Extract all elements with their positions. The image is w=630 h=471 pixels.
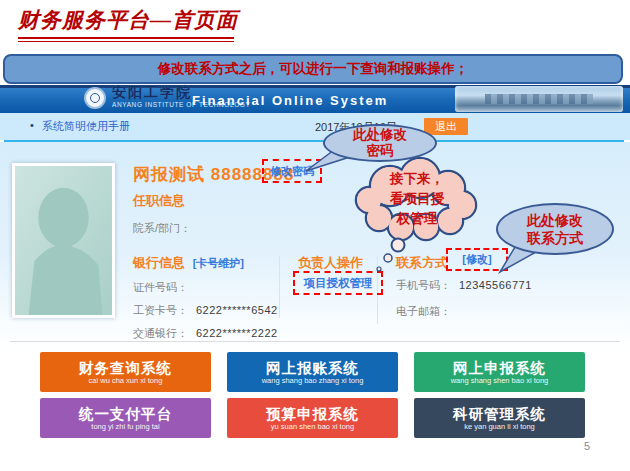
slide-page-number: 5 xyxy=(584,440,590,452)
app-pinyin: yu suan shen bao xi tong xyxy=(271,422,354,431)
callout-text: 看项目授 xyxy=(362,189,472,209)
salary-card-label: 工资卡号： xyxy=(133,304,188,316)
slide: 财务服务平台—首页面 修改联系方式之后，可以进行一下查询和报账操作； 安阳工学院… xyxy=(0,0,630,471)
app-button-online-declare[interactable]: 网上申报系统 wang shang shen bao xi tong xyxy=(414,352,585,392)
project-auth-link[interactable]: 项目授权管理 xyxy=(304,276,373,291)
change-password-link[interactable]: 修改密码 xyxy=(270,164,314,179)
card-maintain-link[interactable]: [卡号维护] xyxy=(193,257,244,269)
phone-label: 手机号码： xyxy=(396,279,451,291)
callout-text: 此处修改 xyxy=(527,211,583,229)
modify-contact-highlight: [修改] xyxy=(446,248,508,271)
bank-title-text: 银行信息 xyxy=(133,255,185,270)
logout-button[interactable]: 退出 xyxy=(424,118,468,135)
app-pinyin: ke yan guan li xi tong xyxy=(464,422,534,431)
id-number-label: 证件号码： xyxy=(133,281,188,293)
bank2-row: 交通银行：6222******2222 xyxy=(133,326,278,341)
app-label: 财务查询系统 xyxy=(79,360,172,376)
callout-text: 密码 xyxy=(367,143,394,159)
project-auth-highlight: 项目授权管理 xyxy=(293,271,383,295)
manual-link[interactable]: 系统简明使用手册 xyxy=(42,119,130,134)
app-button-online-reimburse[interactable]: 网上报账系统 wang shang bao zhang xi tong xyxy=(227,352,398,392)
phone-value: 12345566771 xyxy=(459,279,532,291)
callout-text: 接下来， xyxy=(362,169,472,189)
salary-card-row: 工资卡号：6222******6542 xyxy=(133,303,278,318)
app-grid: 财务查询系统 cai wu cha xun xi tong 网上报账系统 wan… xyxy=(40,352,585,438)
title-underline xyxy=(18,37,234,42)
employment-section-title: 任职信息 xyxy=(133,192,185,210)
university-logo-text: 安阳工学院 xyxy=(112,84,192,102)
bank2-value: 6222******2222 xyxy=(196,327,278,339)
change-password-highlight: 修改密码 xyxy=(262,159,322,183)
app-label: 预算申报系统 xyxy=(266,406,359,422)
app-label: 网上申报系统 xyxy=(453,360,546,376)
campus-photo xyxy=(455,86,623,112)
app-button-unified-payment[interactable]: 统一支付平台 tong yi zhi fu ping tai xyxy=(40,398,211,438)
section-divider xyxy=(10,341,620,342)
page-title: 财务服务平台—首页面 xyxy=(18,6,238,34)
app-label: 统一支付平台 xyxy=(79,406,172,422)
modify-contact-link[interactable]: [修改] xyxy=(462,252,491,267)
cloud-callout-text: 接下来， 看项目授 权管理 xyxy=(362,169,472,229)
phone-row: 手机号码：12345566771 xyxy=(396,278,532,293)
app-button-research-mgmt[interactable]: 科研管理系统 ke yan guan li xi tong xyxy=(414,398,585,438)
email-label: 电子邮箱： xyxy=(396,305,451,317)
email-row: 电子邮箱： xyxy=(396,304,451,319)
annotation-banner: 修改联系方式之后，可以进行一下查询和报账操作； xyxy=(3,54,623,84)
contact-section-title: 联系方式 xyxy=(396,254,448,272)
app-label: 科研管理系统 xyxy=(453,406,546,422)
app-pinyin: wang shang shen bao xi tong xyxy=(451,376,549,385)
password-callout-bubble: 此处修改 密码 xyxy=(323,124,437,162)
annotation-banner-text: 修改联系方式之后，可以进行一下查询和报账操作； xyxy=(158,60,469,78)
callout-text: 权管理 xyxy=(362,209,472,229)
department-label: 院系/部门： xyxy=(133,221,191,236)
contact-callout-bubble: 此处修改 联系方式 xyxy=(496,203,614,255)
salary-card-value: 6222******6542 xyxy=(196,304,278,316)
manager-section-title: 负责人操作 xyxy=(298,254,363,272)
app-button-finance-query[interactable]: 财务查询系统 cai wu cha xun xi tong xyxy=(40,352,211,392)
app-label: 网上报账系统 xyxy=(266,360,359,376)
bullet-icon: • xyxy=(30,119,34,131)
callout-text: 联系方式 xyxy=(527,229,583,247)
app-pinyin: cai wu cha xun xi tong xyxy=(89,376,163,385)
column-divider xyxy=(279,256,280,318)
avatar xyxy=(12,163,115,318)
id-number-row: 证件号码： xyxy=(133,280,188,295)
app-button-budget-declare[interactable]: 预算申报系统 yu suan shen bao xi tong xyxy=(227,398,398,438)
app-pinyin: wang shang bao zhang xi tong xyxy=(262,376,364,385)
bank2-label: 交通银行： xyxy=(133,327,188,339)
university-seal-icon xyxy=(84,87,106,109)
callout-text: 此处修改 xyxy=(353,127,407,143)
bank-section-title: 银行信息 [卡号维护] xyxy=(133,254,244,272)
system-name: Financial Online System xyxy=(192,93,388,108)
app-pinyin: tong yi zhi fu ping tai xyxy=(91,422,159,431)
